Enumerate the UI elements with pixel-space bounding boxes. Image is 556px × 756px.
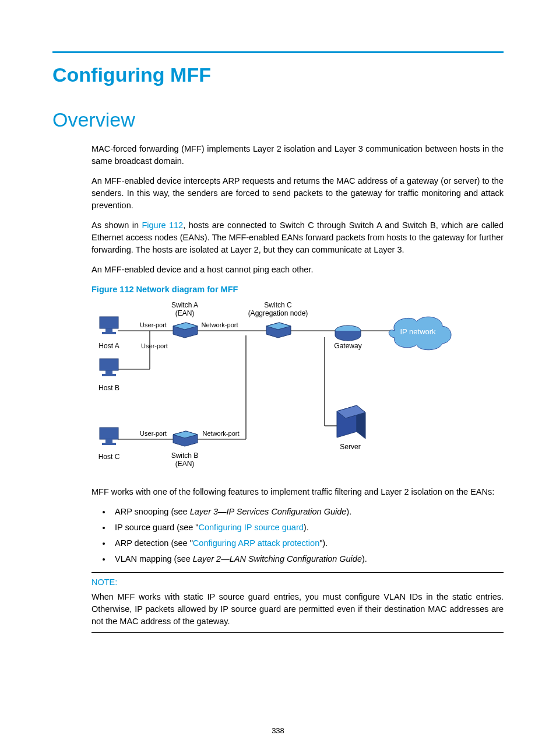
link-figure112[interactable]: Figure 112: [142, 220, 183, 230]
svg-rect-12: [105, 328, 112, 332]
section-title: Overview: [52, 108, 504, 131]
para-3a: As shown in: [92, 220, 142, 230]
host-a-label: Host A: [98, 342, 119, 350]
host-b-label: Host B: [98, 384, 119, 392]
para-2: An MFF-enabled device intercepts ARP req…: [92, 175, 504, 212]
switch-c-label1: Switch C: [264, 301, 292, 309]
network-diagram: Host A Host B Host C: [92, 300, 504, 479]
switch-a-label1: Switch A: [171, 301, 198, 309]
gateway-icon: [335, 326, 361, 341]
page-number: 338: [0, 726, 556, 735]
para-4: An MFF-enabled device and a host cannot …: [92, 264, 504, 276]
gateway-label: Gateway: [334, 342, 361, 350]
para-5: MFF works with one of the following feat…: [92, 486, 504, 498]
userport-1: User-port: [140, 321, 167, 328]
svg-rect-14: [100, 359, 118, 370]
ip-network-label: IP network: [400, 327, 436, 336]
userport-3: User-port: [140, 430, 167, 437]
note-box: NOTE: When MFF works with static IP sour…: [92, 572, 504, 633]
note-label: NOTE:: [92, 576, 504, 589]
svg-rect-18: [105, 439, 112, 443]
switch-a-label2: (EAN): [175, 309, 195, 317]
svg-rect-16: [102, 374, 116, 376]
bullet-ip-source-guard: IP source guard (see "Configuring IP sou…: [111, 522, 504, 534]
networkport-1: Network-port: [202, 321, 238, 328]
figure-caption: Figure 112 Network diagram for MFF: [92, 284, 504, 296]
svg-rect-19: [102, 443, 116, 445]
svg-rect-17: [100, 428, 118, 439]
host-c-icon: [100, 428, 118, 445]
host-b-icon: [100, 359, 118, 376]
svg-rect-11: [100, 317, 118, 328]
switch-b-label2: (EAN): [175, 460, 195, 468]
svg-rect-15: [105, 370, 112, 374]
switch-c-label2: (Aggregation node): [248, 309, 308, 317]
svg-rect-13: [102, 332, 116, 334]
switch-b-label1: Switch B: [171, 452, 199, 460]
networkport-2: Network-port: [203, 430, 240, 437]
link-ip-source-guard[interactable]: Configuring IP source guard: [199, 523, 304, 532]
host-c-label: Host C: [98, 453, 120, 461]
chapter-rule: [52, 51, 504, 53]
userport-2: User-port: [141, 342, 168, 349]
bullet-arp-snooping: ARP snooping (see Layer 3—IP Services Co…: [111, 506, 504, 518]
switch-a-icon: [173, 323, 198, 338]
bullet-arp-detection: ARP detection (see "Configuring ARP atta…: [111, 537, 504, 550]
bullet-vlan-mapping: VLAN mapping (see Layer 2—LAN Switching …: [111, 553, 504, 565]
switch-b-icon: [173, 431, 198, 446]
server-label: Server: [340, 443, 360, 451]
para-1: MAC-forced forwarding (MFF) implements L…: [92, 143, 504, 167]
host-a-icon: [100, 317, 118, 334]
note-text: When MFF works with static IP source gua…: [92, 591, 504, 628]
feature-list: ARP snooping (see Layer 3—IP Services Co…: [92, 506, 504, 565]
server-icon: [337, 405, 365, 439]
para-3: As shown in Figure 112, hosts are connec…: [92, 219, 504, 256]
chapter-title: Configuring MFF: [52, 64, 504, 86]
switch-c-icon: [266, 323, 291, 338]
link-arp-attack-protection[interactable]: Configuring ARP attack protection: [193, 538, 319, 548]
